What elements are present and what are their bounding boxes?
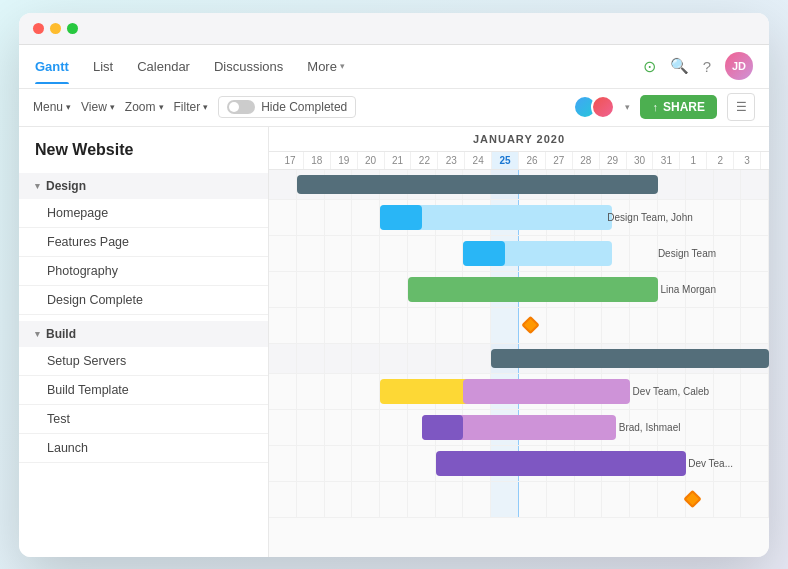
menu-button[interactable]: Menu ▾ <box>33 100 71 114</box>
share-label: SHARE <box>663 100 705 114</box>
gantt-date-cell: 29 <box>600 152 627 169</box>
toolbar-left: Menu ▾ View ▾ Zoom ▾ Filter ▾ Hide Compl… <box>33 96 356 118</box>
milestone-diamond <box>683 490 701 508</box>
tab-gantt[interactable]: Gantt <box>35 59 69 84</box>
gantt-bar[interactable] <box>380 205 422 230</box>
avatar-2[interactable] <box>591 95 615 119</box>
minimize-button[interactable] <box>50 23 61 34</box>
task-launch[interactable]: Launch <box>19 434 268 463</box>
gantt-task-row: Design Team, John <box>269 200 769 236</box>
gantt-month-header: JANUARY 2020 <box>269 127 769 152</box>
gantt-task-row: Dev Tea... <box>269 446 769 482</box>
milestone-diamond <box>521 316 539 334</box>
gantt-dates: 171819202122232425262728293031123 <box>269 152 769 170</box>
gantt-task-row: Brad, Ishmael <box>269 410 769 446</box>
chevron-down-icon: ▾ <box>159 102 164 112</box>
gantt-date-cell: 19 <box>331 152 358 169</box>
gantt-task-row <box>269 482 769 518</box>
gantt-section-row <box>269 344 769 374</box>
gantt-date-cell: 27 <box>546 152 573 169</box>
tab-calendar[interactable]: Calendar <box>137 59 190 84</box>
chevron-down-icon: ▾ <box>110 102 115 112</box>
nav-tabs: Gantt List Calendar Discussions More ▾ <box>35 49 345 84</box>
gantt-body[interactable]: Design Team, JohnDesign TeamLina MorganD… <box>269 170 769 548</box>
view-label: View <box>81 100 107 114</box>
avatar-group <box>573 95 615 119</box>
section-build[interactable]: ▾ Build <box>19 321 268 347</box>
gantt-bar[interactable] <box>491 349 769 368</box>
task-homepage[interactable]: Homepage <box>19 199 268 228</box>
share-icon: ↑ <box>652 101 658 113</box>
task-test[interactable]: Test <box>19 405 268 434</box>
project-title: New Website <box>19 141 268 173</box>
tab-discussions[interactable]: Discussions <box>214 59 283 84</box>
main-content: New Website ▾ Design Homepage Features P… <box>19 127 769 557</box>
features-bar-label: Design Team <box>658 248 716 259</box>
gantt-bar[interactable] <box>408 277 658 302</box>
gantt-bar[interactable] <box>463 241 505 266</box>
gantt-section-row <box>269 170 769 200</box>
tab-list[interactable]: List <box>93 59 113 84</box>
gantt-date-cell: 2 <box>707 152 734 169</box>
gantt-task-row: Dev Team, Caleb <box>269 374 769 410</box>
gantt-date-cell: 22 <box>411 152 438 169</box>
task-build-template[interactable]: Build Template <box>19 376 268 405</box>
filter-button[interactable]: Filter ▾ <box>174 100 209 114</box>
toolbar-right: ▾ ↑ SHARE ☰ <box>573 93 755 121</box>
build-template-label: Brad, Ishmael <box>619 422 681 433</box>
view-button[interactable]: View ▾ <box>81 100 115 114</box>
clock-icon[interactable]: ⊙ <box>643 57 656 76</box>
maximize-button[interactable] <box>67 23 78 34</box>
titlebar <box>19 13 769 45</box>
section-design[interactable]: ▾ Design <box>19 173 268 199</box>
zoom-button[interactable]: Zoom ▾ <box>125 100 164 114</box>
zoom-label: Zoom <box>125 100 156 114</box>
chevron-down-icon[interactable]: ▾ <box>625 102 630 112</box>
chevron-down-icon: ▾ <box>66 102 71 112</box>
gantt-date-cell: 23 <box>438 152 465 169</box>
gantt-date-cell: 21 <box>385 152 412 169</box>
hide-completed-toggle[interactable]: Hide Completed <box>218 96 356 118</box>
chevron-down-icon: ▾ <box>203 102 208 112</box>
gantt-date-cell: 17 <box>277 152 304 169</box>
gantt-bar[interactable] <box>463 379 630 404</box>
menu-label: Menu <box>33 100 63 114</box>
hide-completed-label: Hide Completed <box>261 100 347 114</box>
user-avatar[interactable]: JD <box>725 52 753 80</box>
gantt-date-cell: 28 <box>573 152 600 169</box>
gantt-bar[interactable] <box>436 451 686 476</box>
chevron-down-icon: ▾ <box>340 61 345 71</box>
gantt-bar[interactable] <box>422 415 464 440</box>
section-design-label: Design <box>46 179 86 193</box>
photography-bar-label: Lina Morgan <box>660 284 716 295</box>
search-icon[interactable]: 🔍 <box>670 57 689 75</box>
sidebar: New Website ▾ Design Homepage Features P… <box>19 127 269 557</box>
chevron-down-icon: ▾ <box>35 329 40 339</box>
gantt-date-cell: 24 <box>465 152 492 169</box>
gantt-task-row: Lina Morgan <box>269 272 769 308</box>
chevron-down-icon: ▾ <box>35 181 40 191</box>
task-features-page[interactable]: Features Page <box>19 228 268 257</box>
task-setup-servers[interactable]: Setup Servers <box>19 347 268 376</box>
toggle-switch[interactable] <box>227 100 255 114</box>
share-button[interactable]: ↑ SHARE <box>640 95 717 119</box>
close-button[interactable] <box>33 23 44 34</box>
gantt-date-cell: 1 <box>680 152 707 169</box>
help-icon[interactable]: ? <box>703 58 711 75</box>
gantt-date-cell: 30 <box>627 152 654 169</box>
gantt-date-cell: 3 <box>734 152 761 169</box>
section-build-label: Build <box>46 327 76 341</box>
filter-label: Filter <box>174 100 201 114</box>
gantt-date-cell: 25 <box>492 152 519 169</box>
task-photography[interactable]: Photography <box>19 257 268 286</box>
test-bar-label: Dev Tea... <box>688 458 733 469</box>
sidebar-icon: ☰ <box>736 100 747 114</box>
gantt-task-row <box>269 308 769 344</box>
navbar: Gantt List Calendar Discussions More ▾ ⊙… <box>19 45 769 89</box>
gantt-date-cell: 31 <box>653 152 680 169</box>
sidebar-toggle-button[interactable]: ☰ <box>727 93 755 121</box>
tab-more[interactable]: More ▾ <box>307 59 345 84</box>
gantt-area: JANUARY 2020 171819202122232425262728293… <box>269 127 769 557</box>
task-design-complete[interactable]: Design Complete <box>19 286 268 315</box>
gantt-bar[interactable] <box>297 175 658 194</box>
